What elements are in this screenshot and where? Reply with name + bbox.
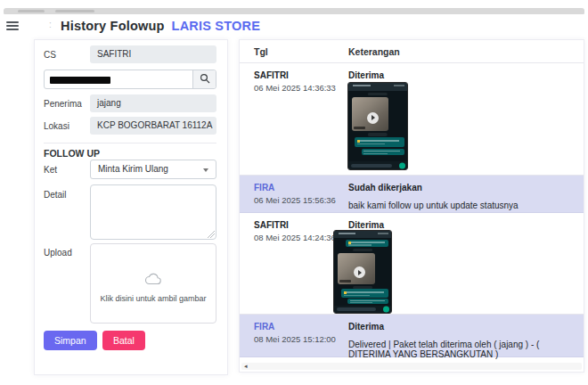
resize-handle[interactable] (208, 231, 215, 238)
hamburger-menu-icon[interactable] (6, 21, 19, 31)
followup-form-card: CS SAFITRI Penerima jajang Lokasi KCP BO… (34, 39, 228, 375)
scroll-left-arrow-icon: ◂ (244, 363, 248, 370)
cs-label: CS (44, 50, 56, 60)
play-icon (354, 266, 365, 278)
whatsapp-header-bar (334, 231, 391, 238)
search-icon (200, 71, 210, 87)
penerima-label: Penerima (44, 99, 82, 109)
status-text: Diterima (348, 322, 575, 332)
table-row: FIRA 06 Mei 2025 15:56:36 Sudah dikerjak… (240, 176, 584, 213)
cs-name: FIRA (254, 322, 343, 332)
strip-artifact (18, 10, 45, 12)
chat-bubble (355, 137, 404, 147)
detail-label: Detail (44, 190, 67, 200)
horizontal-scrollbar[interactable]: ◂ (241, 363, 582, 370)
tgl-cell: SAFITRI 06 Mei 2025 14:36:33 (254, 70, 343, 93)
status-text: Sudah dikerjakan (348, 183, 575, 192)
play-icon (367, 112, 379, 124)
ket-select[interactable]: Minta Kirim Ulang (90, 160, 216, 179)
upload-dropzone[interactable]: Klik disini untuk ambil gambar (90, 243, 216, 324)
tgl-cell: FIRA 06 Mei 2025 15:56:36 (254, 183, 343, 205)
keterangan-cell: Diterima Delivered | Paket telah diterim… (348, 322, 575, 359)
search-button[interactable] (192, 70, 216, 88)
row-date: 06 Mei 2025 14:36:33 (254, 83, 343, 93)
page-title: History FolowupLARIS STORE (61, 19, 260, 33)
ket-selected-value: Minta Kirim Ulang (98, 164, 168, 174)
row-date: 08 Mei 2025 14:24:36 (254, 233, 343, 242)
detail-text: baik kami follow up untuk update statusn… (348, 201, 575, 210)
package-photo-thumbnail (352, 97, 388, 132)
whatsapp-screenshot-image[interactable] (348, 83, 407, 169)
app-header: : History FolowupLARIS STORE (0, 14, 588, 39)
followup-section-title: FOLLOW UP (44, 148, 100, 159)
cancel-button[interactable]: Batal (102, 331, 145, 350)
divider-dots: : (49, 20, 52, 29)
cs-name: SAFITRI (254, 220, 343, 230)
table-row: SAFITRI 08 Mei 2025 14:24:36 Diterima (240, 213, 584, 315)
keterangan-cell: Diterima (348, 220, 575, 230)
table-row: FIRA 08 Mei 2025 15:12:00 Diterima Deliv… (240, 315, 584, 357)
cs-name: SAFITRI (254, 70, 343, 80)
store-name: LARIS STORE (172, 19, 260, 33)
save-button[interactable]: Simpan (44, 331, 97, 350)
cloud-upload-icon (91, 273, 216, 289)
row-date: 08 Mei 2025 15:12:00 (254, 334, 343, 344)
whatsapp-header-bar (348, 83, 407, 91)
package-photo-thumbnail (338, 253, 375, 284)
history-table-card: Tgl Keterangan SAFITRI 06 Mei 2025 14:36… (239, 39, 584, 373)
status-text: Diterima (348, 220, 575, 230)
app-window: : History FolowupLARIS STORE CS SAFITRI … (0, 0, 588, 385)
chat-bubble (362, 149, 404, 156)
tgl-cell: SAFITRI 08 Mei 2025 14:24:36 (254, 220, 343, 242)
chat-bubble (347, 299, 388, 304)
keterangan-cell: Diterima (348, 70, 575, 80)
chat-date-pill (368, 133, 388, 135)
column-header-tgl: Tgl (254, 46, 268, 57)
form-divider (44, 143, 216, 143)
send-button-icon (383, 306, 389, 312)
table-row: SAFITRI 06 Mei 2025 14:36:33 Diterima (240, 63, 584, 176)
status-text: Diterima (348, 70, 575, 80)
page-title-text: History Folowup (61, 19, 165, 33)
chat-bubble (341, 289, 389, 298)
column-header-keterangan: Keterangan (348, 46, 400, 57)
chevron-down-icon (203, 168, 208, 172)
send-button-icon (399, 162, 405, 168)
upload-label: Upload (44, 248, 72, 258)
tgl-cell: FIRA 08 Mei 2025 15:12:00 (254, 322, 343, 344)
cs-name: FIRA (254, 183, 343, 192)
table-header-row: Tgl Keterangan (240, 40, 584, 63)
detail-text: Delivered | Paket telah diterima oleh ( … (348, 340, 575, 359)
lokasi-label: Lokasi (44, 121, 69, 131)
chat-bubble (346, 240, 389, 247)
cs-field[interactable]: SAFITRI (90, 45, 216, 63)
row-date: 06 Mei 2025 15:56:36 (254, 195, 343, 205)
penerima-field[interactable]: jajang (90, 94, 216, 112)
lokasi-field[interactable]: KCP BOGORBARAT 16112A (90, 117, 216, 135)
keterangan-cell: Sudah dikerjakan baik kami follow up unt… (348, 183, 575, 210)
search-input[interactable] (44, 70, 216, 89)
upload-hint: Klik disini untuk ambil gambar (91, 294, 216, 303)
chat-date-pill (353, 249, 372, 251)
redacted-tracking-number (50, 77, 110, 84)
whatsapp-input-bar (334, 306, 391, 313)
chat-date-pill (368, 93, 388, 95)
detail-textarea[interactable] (90, 184, 216, 240)
whatsapp-screenshot-image[interactable] (334, 231, 391, 313)
ket-label: Ket (44, 165, 57, 175)
strip-artifact (55, 10, 94, 12)
whatsapp-input-bar (348, 161, 407, 169)
